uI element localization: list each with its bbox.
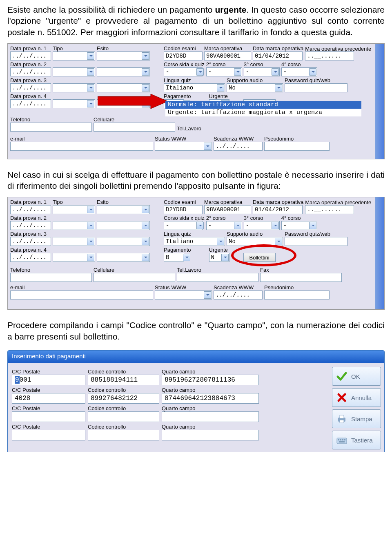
dropdown-quarto-corso-b[interactable]: - [281, 221, 317, 230]
field-codice-controllo[interactable] [88, 411, 159, 422]
dropdown-supporto-audio-b[interactable]: No [227, 237, 283, 246]
field-tel-lavoro-b[interactable] [177, 273, 258, 282]
label-codice-controllo: Codice controllo [88, 387, 159, 393]
label-urgente-b: Urgente [209, 247, 229, 253]
dropdown-tipo-1-b[interactable] [53, 205, 95, 214]
dropdown-esito-2-b[interactable] [97, 221, 150, 230]
label-lingua-quiz-b: Lingua quiz [164, 231, 225, 237]
label-data-prova-3-b: Data prova n. 3 [10, 231, 51, 237]
dropdown-tipo-4-b[interactable] [53, 253, 95, 262]
field-marca-op-prec-b[interactable]: ..__...... [305, 205, 354, 214]
annotation-arrow-icon [98, 94, 169, 109]
form-screenshot-1: Data prova n. 1../../.... Tipo Esito Dat… [7, 43, 385, 159]
dropdown-status-www-b[interactable] [155, 290, 212, 299]
field-data-prova-4[interactable]: ../../.... [10, 99, 51, 108]
dropdown-tipo-3[interactable] [53, 83, 95, 92]
keyboard-button[interactable]: Tastiera [332, 431, 381, 449]
field-data-prova-2[interactable]: ../../.... [10, 67, 51, 76]
field-data-prova-1-b[interactable]: ../../.... [10, 205, 51, 214]
label-secondo-corso-b: 2° corso [206, 215, 242, 221]
svg-rect-2 [340, 415, 344, 418]
print-button[interactable]: Stampa [332, 409, 381, 428]
dropdown-tipo-2[interactable] [53, 67, 95, 76]
field-quarto-campo[interactable]: 895196272807811136 [162, 375, 259, 385]
field-scadenza-www[interactable]: ../../.... [214, 142, 263, 151]
label-cc-postale: C/C Postale [12, 387, 85, 393]
dropdown-supporto-audio[interactable]: No [227, 83, 283, 92]
field-codice-esami[interactable]: D2YD8D [164, 51, 203, 60]
field-fax[interactable] [260, 273, 342, 282]
dropdown-tipo-1[interactable] [53, 51, 95, 60]
dropdown-option-normale[interactable]: Normale: tariffazione standard [165, 101, 361, 109]
dropdown-lingua-quiz-b[interactable]: Italiano [164, 237, 225, 246]
printer-icon [336, 413, 348, 425]
field-quarto-campo[interactable] [162, 411, 259, 422]
field-email-b[interactable] [10, 290, 153, 299]
dropdown-esito-1-b[interactable] [97, 205, 150, 214]
dropdown-status-www[interactable] [155, 142, 212, 151]
dropdown-tipo-3-b[interactable] [53, 237, 95, 246]
field-codice-controllo[interactable]: 899276482122 [88, 393, 159, 404]
field-cc-postale[interactable] [12, 430, 85, 440]
field-codice-esami-b[interactable]: D2YD8D [164, 205, 203, 214]
dropdown-corso-sida[interactable]: - [164, 67, 203, 76]
field-cc-postale[interactable]: 4028 [12, 393, 85, 404]
field-data-prova-3-b[interactable]: ../../.... [10, 237, 51, 246]
label-quarto-campo: Quarto campo [162, 424, 259, 430]
field-quarto-campo[interactable] [162, 430, 259, 440]
dropdown-lingua-quiz[interactable]: Italiano [164, 83, 225, 92]
field-data-marca-op[interactable]: 01/04/2012 [253, 51, 303, 60]
label-data-prova-4: Data prova n. 4 [10, 93, 51, 99]
field-quarto-campo[interactable]: 874469642123884673 [162, 393, 259, 404]
svg-rect-3 [340, 420, 344, 423]
field-data-prova-4-b[interactable]: ../../.... [10, 253, 51, 262]
field-password-quiz[interactable] [285, 83, 347, 92]
dropdown-pagamento-b[interactable]: B [164, 253, 184, 262]
bollettini-button[interactable]: Bollettini [243, 253, 276, 262]
field-email[interactable] [10, 142, 153, 151]
field-password-quiz-b[interactable] [285, 237, 347, 246]
label-cellulare-b: Cellulare [94, 267, 175, 273]
dropdown-esito-1[interactable] [97, 51, 150, 60]
field-pseudonimo[interactable] [264, 142, 330, 151]
dropdown-esito-4-b[interactable] [97, 253, 150, 262]
label-scadenza-www-b: Scadenza WWW [214, 284, 263, 290]
dropdown-secondo-corso-b[interactable]: - [206, 221, 242, 230]
field-codice-controllo[interactable] [88, 430, 159, 440]
dropdown-urgente-b[interactable]: N [209, 253, 229, 262]
label-data-prova-1-b: Data prova n. 1 [10, 199, 51, 205]
field-cc-postale[interactable]: 9001 [12, 375, 85, 385]
field-data-prova-1[interactable]: ../../.... [10, 51, 51, 60]
field-cc-postale[interactable] [12, 411, 85, 422]
field-marca-op-prec[interactable]: ..__...... [305, 51, 354, 60]
dropdown-quarto-corso[interactable]: - [281, 67, 317, 76]
field-marca-operativa-b[interactable]: 98VA000001 [204, 205, 251, 214]
field-codice-controllo[interactable]: 885188194111 [88, 375, 159, 385]
dropdown-esito-2[interactable] [97, 67, 150, 76]
field-cellulare[interactable] [94, 123, 175, 132]
field-scadenza-www-b[interactable]: ../../.... [214, 290, 263, 299]
field-telefono-b[interactable] [10, 273, 92, 282]
svg-marker-0 [98, 94, 168, 109]
urgente-dropdown-menu[interactable]: Normale: tariffazione standard Urgente: … [165, 101, 361, 116]
dropdown-esito-3[interactable] [97, 83, 150, 92]
dropdown-secondo-corso[interactable]: - [206, 67, 242, 76]
svg-rect-5 [338, 439, 339, 440]
ok-button[interactable]: OK [332, 367, 381, 386]
field-data-prova-3[interactable]: ../../.... [10, 83, 51, 92]
dropdown-terzo-corso[interactable]: - [244, 67, 280, 76]
field-data-marca-op-b[interactable]: 01/04/2012 [253, 205, 303, 214]
field-marca-operativa[interactable]: 98VA000001 [204, 51, 251, 60]
dropdown-option-urgente[interactable]: Urgente: tariffazione maggiorata x urgen… [165, 109, 361, 116]
dropdown-tipo-2-b[interactable] [53, 221, 95, 230]
dropdown-corso-sida-b[interactable]: - [164, 221, 203, 230]
field-telefono[interactable] [10, 123, 92, 132]
dropdown-esito-3-b[interactable] [97, 237, 150, 246]
field-cellulare-b[interactable] [94, 273, 175, 282]
dropdown-terzo-corso-b[interactable]: - [244, 221, 280, 230]
dropdown-tipo-4[interactable] [53, 99, 95, 108]
cancel-button[interactable]: Annulla [332, 388, 381, 407]
field-pseudonimo-b[interactable] [264, 290, 330, 299]
field-data-prova-2-b[interactable]: ../../.... [10, 221, 51, 230]
label-quarto-campo: Quarto campo [162, 369, 259, 375]
